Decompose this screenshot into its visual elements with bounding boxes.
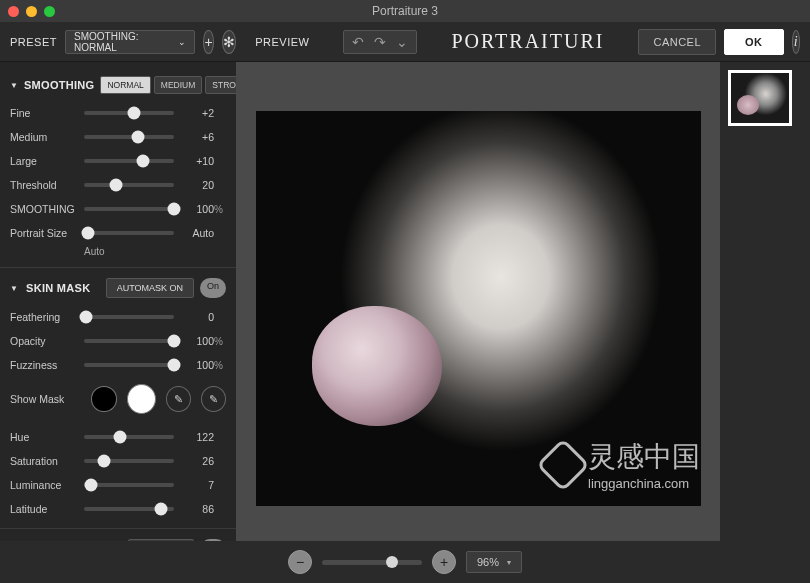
tab-normal[interactable]: NORMAL [100, 76, 150, 94]
slider-portrait-size[interactable]: Portrait Size Auto [10, 224, 226, 242]
info-icon: i [794, 34, 798, 50]
eyedropper-icon: ✎ [174, 393, 183, 406]
slider-saturation[interactable]: Saturation 26 [10, 452, 226, 470]
close-window-button[interactable] [8, 6, 19, 17]
thumbnail[interactable] [728, 70, 792, 126]
slider-feathering[interactable]: Feathering 0 [10, 308, 226, 326]
info-button[interactable]: i [792, 30, 800, 54]
slider-large[interactable]: Large +10 [10, 152, 226, 170]
minus-icon: − [296, 554, 304, 570]
mask-swatch-white[interactable] [127, 384, 156, 414]
tab-medium[interactable]: MEDIUM [154, 76, 202, 94]
watermark-sub: lingganchina.com [588, 476, 700, 491]
smoothing-title: SMOOTHING [24, 79, 95, 91]
eyedropper-remove-button[interactable]: ✎ [201, 386, 226, 412]
mask-swatch-black[interactable] [91, 386, 116, 412]
enhance-on-toggle[interactable]: On [200, 539, 226, 541]
image-content [312, 306, 442, 426]
slider-opacity[interactable]: Opacity 100% [10, 332, 226, 350]
watermark-text: 灵感中国 [588, 441, 700, 472]
add-preset-button[interactable]: + [203, 30, 213, 54]
slider-hue[interactable]: Hue 122 [10, 428, 226, 446]
eyedropper-add-button[interactable]: ✎ [166, 386, 191, 412]
redo-button[interactable]: ↷ [370, 34, 390, 50]
watermark-logo-icon [536, 438, 590, 492]
slider-latitude[interactable]: Latitude 86 [10, 500, 226, 518]
plus-icon: + [204, 34, 212, 50]
smoothing-header[interactable]: ▼ SMOOTHING NORMAL MEDIUM STRONG [10, 76, 226, 94]
skinmask-header[interactable]: ▼ SKIN MASK AUTOMASK ON On [10, 278, 226, 298]
ok-button[interactable]: OK [724, 29, 784, 55]
footer: − + 96% ▾ [0, 541, 810, 583]
zoom-slider[interactable] [322, 560, 422, 565]
minimize-window-button[interactable] [26, 6, 37, 17]
collapse-icon: ▼ [10, 284, 20, 293]
preset-dropdown[interactable]: SMOOTHING: NORMAL ⌄ [65, 30, 195, 54]
portrait-size-note: Auto [84, 246, 226, 257]
tab-strong[interactable]: STRONG [205, 76, 236, 94]
slider-luminance[interactable]: Luminance 7 [10, 476, 226, 494]
toolbar: PRESET SMOOTHING: NORMAL ⌄ + ✻ PREVIEW ↶… [0, 22, 810, 62]
show-mask-row: Show Mask ✎ ✎ [10, 384, 226, 414]
eyedropper-minus-icon: ✎ [209, 393, 218, 406]
settings-button[interactable]: ✻ [222, 30, 236, 54]
maximize-window-button[interactable] [44, 6, 55, 17]
titlebar: Portraiture 3 [0, 0, 810, 22]
preview-label: PREVIEW [255, 36, 309, 48]
skinmask-title: SKIN MASK [26, 282, 90, 294]
zoom-out-button[interactable]: − [288, 550, 312, 574]
gear-icon: ✻ [223, 34, 235, 50]
history-controls: ↶ ↷ ⌄ [343, 30, 417, 54]
zoom-value: 96% [477, 556, 499, 568]
automask-button[interactable]: AUTOMASK ON [106, 278, 194, 298]
zoom-in-button[interactable]: + [432, 550, 456, 574]
plus-icon: + [440, 554, 448, 570]
slider-medium[interactable]: Medium +6 [10, 128, 226, 146]
sidebar: ▼ SMOOTHING NORMAL MEDIUM STRONG Fine +2… [0, 62, 236, 541]
slider-fine[interactable]: Fine +2 [10, 104, 226, 122]
preview-canvas[interactable]: 灵感中国 lingganchina.com [236, 62, 720, 541]
thumbnail-strip [720, 62, 810, 541]
preset-value: SMOOTHING: NORMAL [74, 31, 138, 53]
zoom-value-dropdown[interactable]: 96% ▾ [466, 551, 522, 573]
window-controls [8, 6, 55, 17]
enhance-preset-dropdown[interactable]: HIGH KEY ▾ [128, 539, 194, 541]
preset-label: PRESET [10, 36, 57, 48]
window-title: Portraiture 3 [372, 4, 438, 18]
cancel-button[interactable]: CANCEL [638, 29, 716, 55]
skinmask-on-toggle[interactable]: On [200, 278, 226, 298]
chevron-down-icon: ▾ [507, 558, 511, 567]
slider-fuzziness[interactable]: Fuzziness 100% [10, 356, 226, 374]
collapse-icon: ▼ [10, 81, 18, 90]
undo-button[interactable]: ↶ [348, 34, 368, 50]
show-mask-label: Show Mask [10, 393, 81, 405]
watermark: 灵感中国 lingganchina.com [544, 438, 700, 491]
slider-threshold[interactable]: Threshold 20 [10, 176, 226, 194]
slider-smoothing[interactable]: SMOOTHING 100% [10, 200, 226, 218]
brand-title: PORTRAITURI [451, 30, 604, 53]
history-dropdown[interactable]: ⌄ [392, 34, 412, 50]
enhancements-header[interactable]: ▶ ENHANCEMENTS HIGH KEY ▾ On [10, 539, 226, 541]
chevron-down-icon: ⌄ [178, 37, 186, 47]
